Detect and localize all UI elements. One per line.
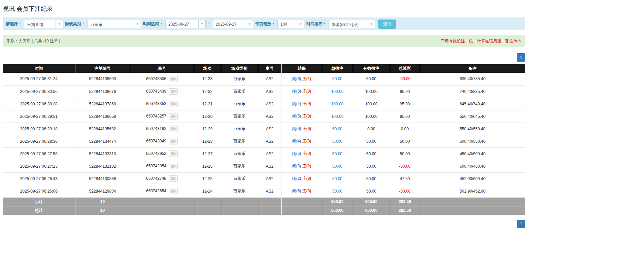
cell-round-id: 650742854	[130, 160, 194, 172]
cell-valid-bet: 50.00	[353, 160, 390, 172]
empty-cell	[130, 197, 194, 206]
cell-table-no: AS2	[258, 147, 281, 160]
round-id-value: 650742654	[146, 189, 166, 193]
result-player: 闲(6)	[292, 189, 301, 193]
cell-total-bet: 50.00	[322, 123, 353, 135]
cell-table-no: AS2	[258, 185, 281, 197]
cell-payout: -50.00	[390, 160, 420, 172]
cell-payout: 47.50	[390, 172, 420, 185]
cell-session: 12-32	[194, 85, 221, 98]
subtotal-count: 10	[75, 197, 130, 206]
date-range-separator: ~	[208, 22, 210, 26]
total-bet-link[interactable]: 50.00	[332, 189, 342, 194]
table-row: 2025-09-27 06:28:36522844134474650743049…	[3, 135, 525, 147]
cell-session: 12-31	[194, 98, 221, 110]
col-header-payout: 总派彩	[390, 64, 420, 73]
cell-session: 12-33	[194, 73, 221, 85]
pagination-page-1-button[interactable]: 1	[517, 220, 525, 228]
query-type-select[interactable]: 日期查询 ▼	[24, 20, 63, 28]
table-row: 2025-09-27 06:29:18522844135682650743162…	[3, 123, 525, 135]
cell-note: 550.40/550.40	[420, 123, 525, 135]
cell-session: 12-28	[194, 135, 221, 147]
replay-video-button[interactable]	[169, 113, 178, 120]
total-bet-link[interactable]: 50.00	[332, 176, 342, 181]
replay-video-button[interactable]	[169, 163, 178, 169]
table-row: 2025-09-27 06:31:24522844139603650743506…	[3, 73, 525, 85]
replay-video-button[interactable]	[169, 175, 178, 182]
payout-value: 50.00	[400, 152, 410, 156]
pagination-page-1-button[interactable]: 1	[517, 53, 525, 62]
total-bet-link[interactable]: 100.00	[331, 89, 344, 94]
pagination-top: 1	[3, 53, 525, 62]
cell-table-no: AS2	[258, 98, 281, 110]
empty-cell	[281, 206, 322, 215]
result-player: 闲(6)	[292, 126, 301, 131]
table-row: 2025-09-27 06:27:23522844132182650742854…	[3, 160, 525, 172]
cell-result: 闲(5) 庄(8)	[281, 110, 322, 123]
game-type-label: 游戏类别：	[65, 21, 85, 27]
total-bet-link[interactable]: 50.00	[332, 127, 342, 131]
search-button[interactable]: 查询	[378, 20, 396, 29]
round-id-value: 650743049	[146, 139, 166, 143]
game-type-select[interactable]: 百家乐 ▼	[87, 20, 141, 28]
total-bet-link[interactable]: 50.00	[332, 152, 342, 156]
replay-video-button[interactable]	[169, 101, 178, 107]
replay-video-button[interactable]	[169, 126, 178, 132]
total-bet-link[interactable]: 50.00	[332, 164, 342, 169]
chevron-down-icon: ▼	[368, 20, 375, 28]
replay-video-button[interactable]	[169, 150, 178, 157]
total-bet-link[interactable]: 100.00	[331, 114, 344, 119]
cell-total-bet: 50.00	[322, 147, 353, 160]
cell-game-type: 百家乐	[221, 160, 258, 172]
cell-total-bet: 100.00	[322, 85, 353, 98]
payout-value: -50.00	[399, 76, 410, 81]
video-camera-icon	[171, 152, 176, 156]
cell-payout: 95.00	[390, 85, 420, 98]
cell-note: 550.40/645.40	[420, 110, 525, 123]
empty-cell	[194, 206, 221, 215]
cell-bet-id: 522844132182	[75, 160, 130, 172]
time-sort-select[interactable]: 降幂(由大到小) ▼	[329, 20, 375, 28]
payout-value: 95.00	[400, 114, 410, 119]
replay-video-button[interactable]	[169, 76, 178, 82]
cell-session: 12-29	[194, 123, 221, 135]
replay-video-button[interactable]	[169, 88, 178, 95]
date-to-picker[interactable]: 2025-09-27 ▼	[213, 20, 253, 28]
table-row: 2025-09-27 06:29:51522844136658650743257…	[3, 110, 525, 123]
result-player: 闲(4)	[292, 139, 301, 143]
result-banker: 庄(8)	[302, 114, 311, 119]
payout-value: -50.00	[399, 164, 410, 169]
replay-video-button[interactable]	[169, 188, 178, 194]
date-from-picker[interactable]: 2025-09-27 ▼	[165, 20, 206, 28]
replay-video-button[interactable]	[169, 138, 178, 144]
total-bet-link[interactable]: 50.00	[332, 139, 342, 144]
cell-valid-bet: 100.00	[353, 85, 390, 98]
video-camera-icon	[171, 77, 176, 81]
cell-table-no: AS2	[258, 73, 281, 85]
result-player: 闲(3)	[292, 164, 301, 168]
cell-payout: 0.00	[390, 123, 420, 135]
round-id-value: 650743162	[146, 126, 166, 131]
cell-result: 闲(2) 庄(8)	[281, 172, 322, 185]
cell-total-bet: 50.00	[322, 73, 353, 85]
cell-payout: 50.00	[390, 135, 420, 147]
result-banker: 庄(2)	[302, 164, 311, 168]
cell-payout: 95.00	[390, 98, 420, 110]
cell-bet-id: 522844137868	[75, 98, 130, 110]
cell-valid-bet: 50.00	[353, 135, 390, 147]
subtotal-label: 小计	[3, 197, 75, 206]
total-bet-link[interactable]: 50.00	[332, 76, 342, 81]
page-size-select[interactable]: 100 ▼	[277, 20, 304, 28]
cell-time: 2025-09-27 06:31:24	[3, 73, 75, 85]
cell-time: 2025-09-27 06:29:51	[3, 110, 75, 123]
video-camera-icon	[171, 139, 176, 143]
subtotal-row: 小计 10 650.00 600.00 282.50	[3, 197, 525, 206]
total-label: 总计	[3, 206, 75, 215]
cell-total-bet: 100.00	[322, 110, 353, 123]
cell-round-id: 650742952	[130, 147, 194, 160]
payout-value: 95.00	[400, 89, 410, 94]
summary-info-bar: 币别：人民币 | 总共 :10 注单 | 同局有效投注，统一计算在该局第一张注单…	[3, 35, 525, 47]
table-row: 2025-09-27 06:30:56522844138676650743439…	[3, 85, 525, 98]
total-bet-link[interactable]: 100.00	[331, 102, 344, 106]
cell-round-id: 650743162	[130, 123, 194, 135]
